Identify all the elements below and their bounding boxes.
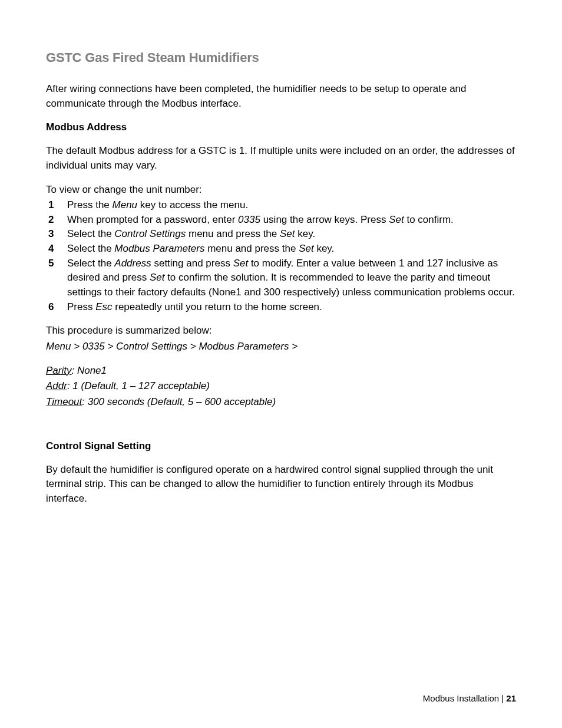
step-text: repeatedly until you return to the home … (113, 301, 322, 312)
intro-paragraph: After wiring connections have been compl… (46, 82, 516, 111)
modbus-default-paragraph: The default Modbus address for a GSTC is… (46, 144, 516, 173)
param-label: Parity (46, 365, 71, 376)
control-signal-paragraph: By default the humidifier is configured … (46, 463, 516, 506)
step-number: 1 (48, 198, 54, 213)
page-number: 21 (506, 693, 516, 703)
step-text: menu and press the (204, 243, 299, 254)
step-text: key. (314, 243, 335, 254)
step-key: Set (299, 243, 314, 254)
summary-path: Menu > 0335 > Control Settings > Modbus … (46, 340, 516, 354)
step-text: Select the (67, 258, 114, 269)
step-number: 6 (48, 300, 54, 315)
param-label: Addr (46, 380, 67, 391)
modbus-address-heading: Modbus Address (46, 121, 516, 133)
step-5: 5 Select the Address setting and press S… (46, 256, 516, 300)
step-number: 2 (48, 213, 54, 228)
step-key: Set (150, 272, 165, 283)
step-text: Press (67, 301, 95, 312)
step-number: 4 (48, 242, 54, 256)
section-title: GSTC Gas Fired Steam Humidifiers (46, 50, 516, 65)
step-1: 1 Press the Menu key to access the menu. (46, 198, 516, 213)
control-signal-heading: Control Signal Setting (46, 440, 516, 452)
step-key: Set (233, 258, 249, 269)
step-menu: Control Settings (114, 228, 186, 239)
step-text: Press the (67, 199, 113, 210)
param-timeout: Timeout: 300 seconds (Default, 5 – 600 a… (46, 395, 516, 410)
step-number: 5 (48, 256, 54, 271)
param-label: Timeout (46, 396, 82, 407)
step-key: Set (280, 228, 295, 239)
step-text: When prompted for a password, enter (67, 214, 238, 225)
steps-list: 1 Press the Menu key to access the menu.… (46, 198, 516, 314)
summary-lead: This procedure is summarized below: (46, 324, 516, 338)
step-text: Select the (67, 228, 114, 239)
step-text: to confirm. (404, 214, 454, 225)
footer-label: Modbus Installation | (423, 693, 506, 703)
step-text: key. (295, 228, 316, 239)
step-code: 0335 (238, 214, 260, 225)
step-key: Esc (95, 301, 112, 312)
param-value: : 300 seconds (Default, 5 – 600 acceptab… (82, 396, 276, 407)
step-text: key to access the menu. (137, 199, 248, 210)
view-change-lead: To view or change the unit number: (46, 183, 516, 197)
step-3: 3 Select the Control Settings menu and p… (46, 227, 516, 242)
step-text: menu and press the (186, 228, 280, 239)
step-key: Set (389, 214, 404, 225)
step-text: using the arrow keys. Press (260, 214, 389, 225)
param-addr: Addr: 1 (Default, 1 – 127 acceptable) (46, 379, 516, 394)
step-text: setting and press (151, 258, 233, 269)
param-value: : None1 (71, 365, 107, 376)
param-parity: Parity: None1 (46, 364, 516, 378)
step-text: Select the (67, 243, 114, 254)
step-number: 3 (48, 227, 54, 242)
step-4: 4 Select the Modbus Parameters menu and … (46, 242, 516, 256)
param-value: : 1 (Default, 1 – 127 acceptable) (67, 380, 210, 391)
step-menu: Modbus Parameters (114, 243, 204, 254)
step-key: Menu (113, 199, 138, 210)
step-2: 2 When prompted for a password, enter 03… (46, 213, 516, 228)
step-setting: Address (114, 258, 151, 269)
step-6: 6 Press Esc repeatedly until you return … (46, 300, 516, 315)
page-footer: Modbus Installation | 21 (423, 693, 516, 703)
